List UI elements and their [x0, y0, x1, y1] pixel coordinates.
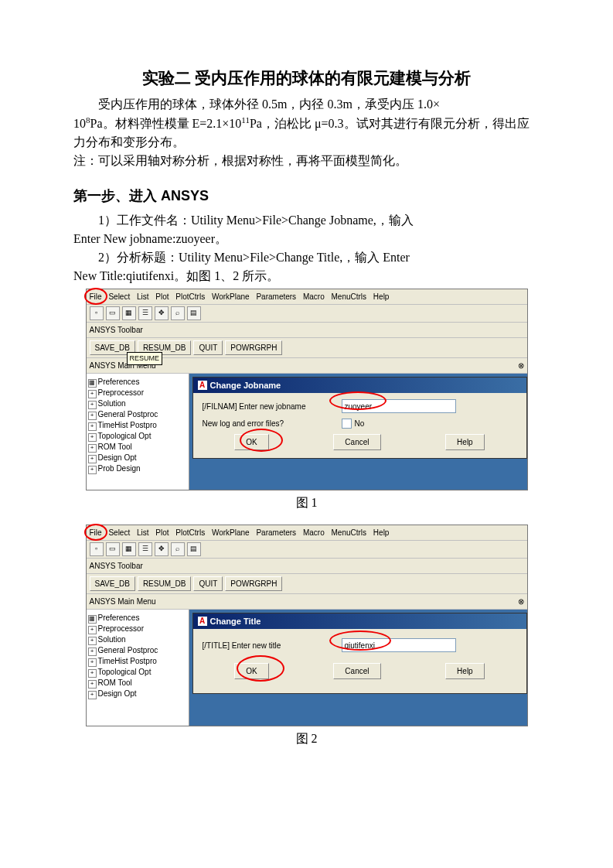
dialog-titlebar: A Change Jobname [193, 378, 526, 394]
plus-icon: + [88, 669, 97, 678]
menu-plot[interactable]: Plot [155, 527, 169, 538]
menu-plot[interactable]: Plot [155, 291, 169, 302]
menu-macro[interactable]: Macro [303, 291, 325, 302]
plus-icon: + [88, 444, 97, 453]
menu-menuctrls[interactable]: MenuCtrls [331, 291, 366, 302]
plus-icon: + [88, 637, 97, 645]
cancel-button[interactable]: Cancel [333, 434, 380, 450]
zoom-icon[interactable]: ⌕ [171, 542, 185, 556]
plus-icon: + [88, 390, 97, 398]
tree-general-postproc[interactable]: +General Postproc [88, 409, 187, 420]
tree-preprocessor[interactable]: +Preprocessor [88, 624, 187, 634]
step1-line1b: Enter New jobname:zuoyeer。 [73, 230, 540, 248]
ansys-a-icon: A [198, 381, 207, 390]
ok-button[interactable]: OK [234, 434, 268, 450]
menu-parameters[interactable]: Parameters [256, 527, 296, 538]
tree-general-postproc[interactable]: +General Postproc [88, 645, 187, 656]
tree-preprocessor[interactable]: +Preprocessor [88, 388, 187, 398]
menu-file[interactable]: File [90, 527, 102, 538]
jobname-label: [/FILNAM] Enter new jobname [203, 401, 342, 412]
plus-icon: + [88, 691, 97, 699]
menu-workplane[interactable]: WorkPlane [212, 291, 250, 302]
save-db-button[interactable]: SAVE_DB [90, 576, 135, 591]
save-icon[interactable]: ▦ [122, 306, 136, 320]
tree-timehist-postpro[interactable]: +TimeHist Postpro [88, 656, 187, 667]
zoom-icon[interactable]: ⌕ [171, 306, 185, 320]
cancel-button[interactable]: Cancel [333, 663, 380, 679]
newlog-value: No [355, 418, 365, 429]
plus-icon: + [88, 401, 97, 409]
main-menu-header: ANSYS Main Menu ⊗ [87, 594, 527, 610]
menu-select[interactable]: Select [108, 291, 130, 302]
collapse-icon[interactable]: ⊗ [518, 596, 524, 607]
title-label: [/TITLE] Enter new title [203, 640, 342, 651]
ok-button[interactable]: OK [234, 663, 268, 679]
quit-button[interactable]: QUIT [193, 576, 223, 591]
menu-help[interactable]: Help [373, 291, 390, 302]
new-icon[interactable]: ▫ [90, 542, 104, 556]
title-input[interactable]: qiutifenxi [342, 638, 456, 652]
newlog-label: New log and error files? [203, 418, 342, 429]
tree-preferences[interactable]: ▦Preferences [88, 613, 187, 624]
tree-solution[interactable]: +Solution [88, 398, 187, 409]
dialog-body: [/FILNAM] Enter new jobname zuoyeer New … [193, 393, 526, 458]
jobname-input[interactable]: zuoyeer [342, 399, 456, 413]
collapse-icon[interactable]: ⊗ [518, 360, 524, 371]
menu-macro[interactable]: Macro [303, 527, 325, 538]
menu-select[interactable]: Select [108, 527, 130, 538]
pan-icon[interactable]: ✥ [155, 306, 169, 320]
iso-icon[interactable]: ▤ [187, 542, 201, 556]
menu-workplane[interactable]: WorkPlane [212, 527, 250, 538]
menu-list[interactable]: List [137, 527, 149, 538]
iso-icon[interactable]: ▤ [187, 306, 201, 320]
ansys-screenshot-2: File Select List Plot PlotCtrls WorkPlan… [86, 525, 528, 726]
print-icon[interactable]: ☰ [138, 542, 152, 556]
tree-rom-tool[interactable]: +ROM Tool [88, 442, 187, 453]
plus-icon: + [88, 648, 97, 656]
pan-icon[interactable]: ✥ [155, 542, 169, 556]
menu-list[interactable]: List [137, 291, 149, 302]
tree-topological-opt[interactable]: +Topological Opt [88, 667, 187, 678]
menu-menuctrls[interactable]: MenuCtrls [331, 527, 366, 538]
resum-db-button[interactable]: RESUM_DB [138, 576, 192, 591]
menu-plotctrls[interactable]: PlotCtrls [175, 527, 205, 538]
plus-icon: + [88, 658, 97, 667]
menubar: File Select List Plot PlotCtrls WorkPlan… [87, 525, 527, 541]
figure-1: File Select List Plot PlotCtrls WorkPlan… [73, 289, 540, 512]
intro-paragraph-cont: 108Pa。材料弹性模量 E=2.1×1011Pa，泊松比 μ=0.3。试对其进… [73, 114, 540, 152]
open-icon[interactable]: ▭ [106, 542, 120, 556]
open-icon[interactable]: ▭ [106, 306, 120, 320]
tree-timehist-postpro[interactable]: +TimeHist Postpro [88, 420, 187, 431]
tree-prob-design[interactable]: +Prob Design [88, 463, 187, 474]
new-icon[interactable]: ▫ [90, 306, 104, 320]
step1-line2b: New Title:qiutifenxi。如图 1、2 所示。 [73, 267, 540, 285]
powrgrph-button[interactable]: POWRGRPH [225, 340, 282, 355]
tree-rom-tool[interactable]: +ROM Tool [88, 678, 187, 689]
ansys-screenshot-1: File Select List Plot PlotCtrls WorkPlan… [86, 289, 528, 490]
intro-paragraph: 受内压作用的球体，球体外径 0.5m，内径 0.3m，承受内压 1.0× [73, 95, 540, 114]
menu-help[interactable]: Help [373, 527, 390, 538]
menu-parameters[interactable]: Parameters [256, 291, 296, 302]
intro-text-2: Pa。材料弹性模量 E=2.1×10 [90, 117, 242, 130]
newlog-checkbox[interactable] [342, 419, 352, 429]
save-icon[interactable]: ▦ [122, 542, 136, 556]
tree-design-opt[interactable]: +Design Opt [88, 453, 187, 463]
powrgrph-button[interactable]: POWRGRPH [225, 576, 282, 591]
figure-2-caption: 图 2 [73, 730, 540, 748]
menu-plotctrls[interactable]: PlotCtrls [175, 291, 205, 302]
main-area: ▦Preferences +Preprocessor +Solution +Ge… [87, 374, 527, 490]
plus-icon: + [88, 412, 97, 420]
tree-topological-opt[interactable]: +Topological Opt [88, 431, 187, 442]
main-menu-label: ANSYS Main Menu [90, 596, 156, 607]
ansys-toolbar-label: ANSYS Toolbar [87, 559, 527, 574]
tree-preferences[interactable]: ▦Preferences [88, 377, 187, 388]
help-button[interactable]: Help [445, 434, 485, 450]
help-button[interactable]: Help [445, 663, 485, 679]
menu-file[interactable]: File [90, 291, 102, 302]
quit-button[interactable]: QUIT [193, 340, 223, 355]
tree-solution[interactable]: +Solution [88, 634, 187, 645]
tooltip-resume: RESUME [127, 352, 163, 366]
main-menu-tree: ▦Preferences +Preprocessor +Solution +Ge… [87, 610, 189, 726]
print-icon[interactable]: ☰ [138, 306, 152, 320]
tree-design-opt[interactable]: +Design Opt [88, 689, 187, 699]
